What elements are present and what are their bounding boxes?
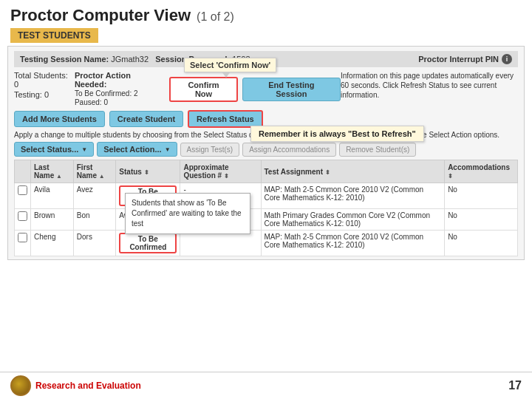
- row-test-assignment: MAP: Math 2-5 Cmmon Core 2010 V2 (Common…: [261, 231, 445, 256]
- info-icon[interactable]: i: [502, 54, 512, 64]
- create-student-button[interactable]: Create Student: [109, 111, 183, 127]
- col-header-status: Status ⬍: [116, 160, 180, 183]
- col-header-checkbox: [15, 160, 31, 183]
- sort-icon: ⬍: [325, 169, 330, 176]
- page-header: Proctor Computer View (1 of 2): [0, 0, 532, 28]
- auto-update-info: Information on this page updates automat…: [341, 71, 518, 100]
- end-testing-session-button[interactable]: End Testing Session: [242, 78, 341, 101]
- row-firstname: Dors: [73, 231, 116, 256]
- row-checkbox[interactable]: [15, 183, 31, 209]
- students-tooltip: Students that show as 'To Be Confirmed' …: [125, 193, 250, 234]
- callout-confirm-now: Select 'Confirm Now': [184, 58, 276, 72]
- chevron-down-icon: ▼: [165, 146, 171, 153]
- sort-icon: ▲: [56, 173, 62, 180]
- section-label: TEST STUDENTS: [0, 28, 532, 46]
- remove-students-button[interactable]: Remove Student(s): [339, 143, 416, 157]
- select-status-dropdown[interactable]: Select Status... ▼: [14, 142, 94, 157]
- row-lastname: Avila: [31, 183, 74, 209]
- col-header-accommodations: Accommodations ⬍: [445, 160, 518, 183]
- chevron-down-icon: ▼: [81, 146, 87, 153]
- testing-students: Testing: 0: [14, 90, 75, 99]
- add-more-students-button[interactable]: Add More Students: [14, 111, 105, 127]
- main-panel: Testing Session Name: JGmath32 Session P…: [7, 46, 525, 260]
- row-accommodations: No: [445, 231, 518, 256]
- col-header-test-assignment: Test Assignment ⬍: [261, 160, 445, 183]
- proctor-action-area: Proctor Action Needed: To Be Confirmed: …: [75, 71, 341, 106]
- org-name: Research and Evaluation: [35, 381, 141, 391]
- total-students: Total Students: 0: [14, 71, 75, 89]
- col-header-firstname: First Name ▲: [73, 160, 116, 183]
- page-number: 17: [508, 379, 522, 392]
- table-row: ChengDorsTo Be ConfirmedMAP: Math 2-5 Cm…: [15, 231, 518, 256]
- row-test-assignment: MAP: Math 2-5 Cmmon Core 2010 V2 (Common…: [261, 183, 445, 209]
- row-checkbox[interactable]: [15, 231, 31, 256]
- sort-icon: ⬍: [448, 173, 453, 180]
- table-row: AvilaAvezTo Be Confirmed-MAP: Math 2-5 C…: [15, 183, 518, 209]
- footer-logo: Research and Evaluation: [10, 375, 141, 396]
- col-header-lastname: Last Name ▲: [31, 160, 74, 183]
- table-wrapper: Last Name ▲ First Name ▲ Status ⬍ Approx…: [14, 160, 518, 256]
- action-row: Select 'Confirm Now' Total Students: 0 T…: [14, 71, 518, 106]
- org-logo-icon: [10, 375, 31, 396]
- footer: Research and Evaluation 17: [0, 372, 532, 399]
- students-table: Last Name ▲ First Name ▲ Status ⬍ Approx…: [14, 160, 518, 256]
- sort-icon: ▲: [99, 173, 105, 180]
- row-firstname: Bon: [73, 209, 116, 231]
- toolbar-wrapper: Remember it is always "Best to Refresh" …: [14, 142, 518, 157]
- col-header-approx-q: Approximate Question # ⬍: [180, 160, 261, 183]
- student-counts: Total Students: 0 Testing: 0: [14, 71, 75, 99]
- row-accommodations: No: [445, 183, 518, 209]
- status-badge: To Be Confirmed: [119, 233, 177, 253]
- row-firstname: Avez: [73, 183, 116, 209]
- table-row: BrownBonAwaiting StudentMath Primary Gra…: [15, 209, 518, 231]
- row-lastname: Brown: [31, 209, 74, 231]
- assign-tests-button[interactable]: Assign Test(s): [180, 143, 240, 157]
- row-checkbox[interactable]: [15, 209, 31, 231]
- row-accommodations: No: [445, 209, 518, 231]
- page-title-sub: (1 of 2): [197, 10, 234, 24]
- proctor-interrupt: Proctor Interrupt PIN i: [418, 54, 512, 64]
- select-action-dropdown[interactable]: Select Action... ▼: [97, 142, 177, 157]
- sort-icon: ⬍: [144, 169, 149, 176]
- row-lastname: Cheng: [31, 231, 74, 256]
- page-title-main: Proctor Computer View: [10, 6, 191, 25]
- assign-accommodations-button[interactable]: Assign Accommodations: [242, 143, 336, 157]
- sort-icon: ⬍: [224, 173, 229, 180]
- callout-remember: Remember it is always "Best to Refresh": [250, 126, 424, 142]
- confirm-now-button[interactable]: Confirm Now: [169, 77, 237, 102]
- row-test-assignment: Math Primary Grades Common Core V2 (Comm…: [261, 209, 445, 231]
- toolbar-row: Select Status... ▼ Select Action... ▼ As…: [14, 142, 518, 157]
